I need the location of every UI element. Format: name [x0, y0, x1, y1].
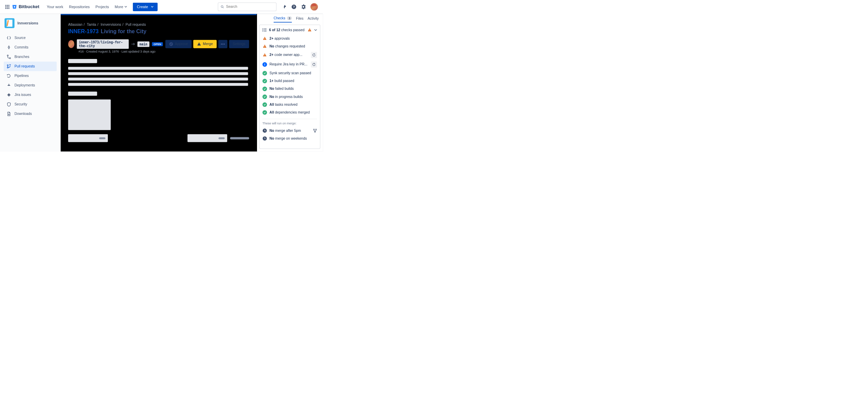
sidebar-item-label: Branches — [15, 55, 29, 59]
svg-rect-34 — [310, 29, 310, 30]
brand-logo[interactable]: Bitbucket — [12, 4, 39, 9]
svg-point-10 — [221, 5, 223, 7]
pr-attachments-placeholder — [68, 92, 249, 130]
svg-rect-1 — [7, 5, 8, 6]
check-item[interactable]: All dependencies merged — [262, 108, 317, 116]
breadcrumbs: Atlassian/ Tamla/ Innvervisions/ Pull re… — [68, 23, 249, 27]
check-text: All dependencies merged — [270, 110, 317, 115]
user-avatar[interactable] — [311, 3, 318, 11]
sidebar-item-commits[interactable]: Commits — [4, 43, 57, 52]
source-branch-chip[interactable]: inner-1973/living-for-the-city — [77, 40, 129, 49]
retry-button[interactable] — [311, 52, 317, 58]
svg-rect-29 — [264, 28, 267, 29]
svg-rect-37 — [264, 39, 265, 39]
check-item[interactable]: Synk security scan passed — [262, 69, 317, 77]
source-icon — [7, 36, 11, 40]
nav-your-work[interactable]: Your work — [47, 5, 63, 9]
svg-rect-6 — [5, 8, 6, 9]
sidebar-item-deployments[interactable]: Deployments — [4, 81, 57, 90]
create-button[interactable]: Create — [133, 3, 157, 11]
merge-button[interactable]: Merge — [194, 40, 217, 48]
svg-rect-38 — [264, 46, 265, 47]
sidebar-item-label: Security — [15, 102, 27, 106]
sidebar-item-branches[interactable]: Branches — [4, 52, 57, 62]
sidebar-item-security[interactable]: Security — [4, 100, 57, 109]
notifications-icon[interactable] — [282, 4, 287, 9]
brand-name: Bitbucket — [19, 4, 39, 9]
checks-summary[interactable]: 6 of 12 checks passed — [262, 28, 317, 35]
check-text: No failed builds — [270, 87, 317, 91]
check-item[interactable]: 1+ build passed — [262, 77, 317, 85]
svg-rect-0 — [5, 5, 6, 6]
search-input-wrapper[interactable] — [218, 2, 276, 11]
svg-rect-9 — [14, 6, 15, 7]
sidebar-item-jira-issues[interactable]: Jira issues — [4, 90, 57, 100]
pull-requests-icon — [7, 64, 11, 68]
crumb-section[interactable]: Pull requests — [126, 23, 146, 27]
merge-check-item[interactable]: No merge after 5pm — [262, 127, 317, 135]
security-icon — [7, 102, 11, 106]
svg-rect-5 — [8, 6, 9, 7]
warn-icon — [262, 53, 267, 57]
merge-check-item[interactable]: No merge on weekends — [262, 135, 317, 142]
jira-issues-icon — [7, 93, 11, 97]
sidebar-item-label: Jira issues — [15, 93, 31, 97]
svg-rect-43 — [264, 64, 265, 66]
pass-icon — [262, 87, 267, 91]
check-text: Require Jira key in PR... — [270, 62, 309, 66]
branches-icon — [7, 55, 11, 59]
check-item[interactable]: No in progress builds — [262, 93, 317, 101]
chevron-down-icon[interactable] — [314, 29, 317, 31]
pass-icon — [262, 95, 267, 99]
check-item[interactable]: No failed builds — [262, 85, 317, 93]
retry-button[interactable] — [311, 61, 317, 67]
arrow-icon — [131, 43, 135, 46]
branch-icon[interactable] — [313, 128, 317, 133]
author-avatar[interactable] — [68, 40, 74, 48]
settings-icon[interactable] — [301, 4, 306, 9]
nav-projects[interactable]: Projects — [96, 5, 109, 9]
svg-rect-8 — [8, 8, 9, 9]
check-item[interactable]: 2+ code owner app... — [262, 50, 317, 60]
checks-count-badge: 3 — [287, 16, 292, 20]
check-item[interactable]: 2+ approvals — [262, 35, 317, 42]
tab-activity[interactable]: Activity — [308, 16, 319, 22]
check-item[interactable]: All tasks resolved — [262, 101, 317, 108]
sidebar-item-pipelines[interactable]: Pipelines — [4, 71, 57, 81]
crumb-repo[interactable]: Innvervisions — [101, 23, 121, 27]
check-text: No changes requested — [270, 44, 317, 48]
more-actions-button[interactable] — [218, 40, 228, 48]
dest-branch-chip[interactable]: main — [137, 41, 150, 47]
crumb-project[interactable]: Tamla — [87, 23, 96, 27]
svg-point-45 — [313, 129, 314, 130]
crumb-org[interactable]: Atlassian — [68, 23, 82, 27]
pr-settings-button[interactable]: Settings — [229, 40, 249, 48]
svg-rect-33 — [264, 31, 267, 32]
tab-files[interactable]: Files — [296, 16, 303, 22]
sidebar-item-label: Downloads — [15, 112, 32, 116]
check-text: Synk security scan passed — [270, 71, 317, 75]
app-switcher-icon[interactable] — [5, 4, 9, 9]
check-item[interactable]: Require Jira key in PR... — [262, 60, 317, 69]
search-input[interactable] — [226, 5, 274, 9]
svg-point-20 — [7, 67, 8, 68]
pass-icon — [262, 102, 267, 107]
nav-more[interactable]: More — [115, 5, 127, 9]
check-text: No merge on weekends — [270, 137, 317, 141]
repo-sidebar: Innversions SourceCommitsBranchesPull re… — [0, 14, 61, 151]
check-item[interactable]: No changes requested — [262, 42, 317, 50]
sidebar-item-source[interactable]: Source — [4, 33, 57, 43]
nav-repositories[interactable]: Repositories — [69, 5, 90, 9]
chevron-down-icon — [151, 6, 153, 8]
top-navigation: Bitbucket Your work Repositories Project… — [0, 0, 323, 14]
project-header[interactable]: Innversions — [4, 18, 57, 28]
sidebar-item-pull-requests[interactable]: Pull requests — [4, 62, 57, 71]
svg-rect-35 — [310, 31, 310, 31]
ellipsis-icon — [221, 44, 225, 45]
sidebar-item-downloads[interactable]: Downloads — [4, 109, 57, 119]
approve-button[interactable]: Approve — [165, 40, 192, 48]
help-icon[interactable]: ? — [291, 4, 296, 9]
pr-key[interactable]: INNER-1973 — [68, 28, 99, 35]
downloads-icon — [7, 112, 11, 116]
tab-checks[interactable]: Checks3 — [274, 16, 292, 23]
